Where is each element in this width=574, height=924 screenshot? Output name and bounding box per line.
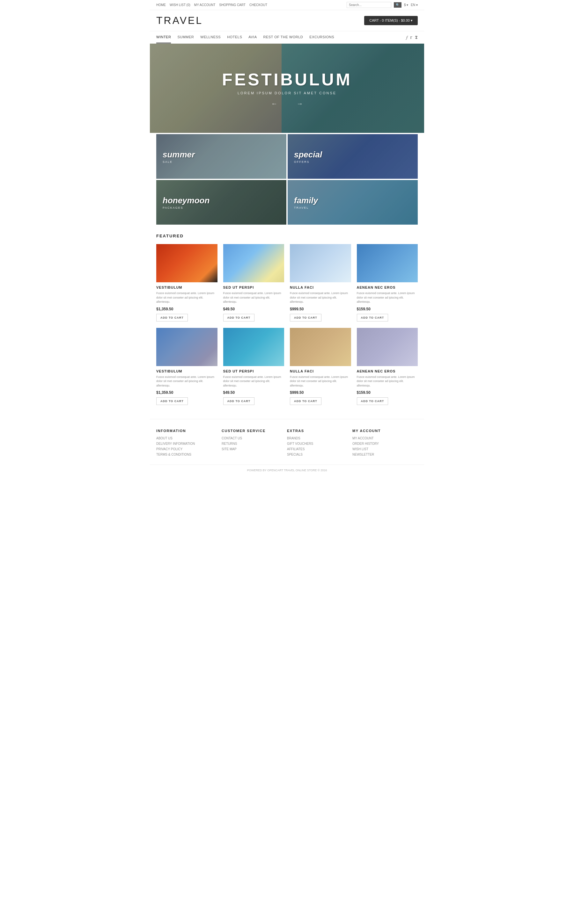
nav-winter[interactable]: WINTER — [156, 31, 171, 43]
footer-link[interactable]: ORDER HISTORY — [352, 442, 418, 445]
product-price: $49.50 — [223, 307, 284, 311]
nav-avia[interactable]: AVIA — [248, 31, 257, 43]
footer-link[interactable]: SPECIALS — [287, 453, 352, 456]
top-bar: HOME WISH LIST (0) MY ACCOUNT SHOPPING C… — [150, 0, 424, 10]
promo-special-overlay: special OFFERS — [288, 134, 418, 179]
product-card: AENEAN NEC EROS Fusce euismod consequat … — [357, 244, 418, 322]
footer-col-title: INFORMATION — [156, 429, 222, 433]
product-desc: Fusce euismod consequat ante. Lorem ipsu… — [357, 291, 418, 304]
hero-arrows: ← → — [222, 100, 352, 107]
footer-link[interactable]: RETURNS — [222, 442, 287, 445]
top-nav-checkout[interactable]: CHECKOUT — [249, 3, 267, 7]
product-card: NULLA FACI Fusce euismod consequat ante.… — [290, 244, 351, 322]
footer-columns: INFORMATIONABOUT USDELIVERY INFORMATIONP… — [150, 419, 424, 465]
product-desc: Fusce euismod consequat ante. Lorem ipsu… — [156, 291, 218, 304]
product-desc: Fusce euismod consequat ante. Lorem ipsu… — [223, 375, 284, 388]
product-name: VESTIBULUM — [156, 369, 218, 373]
promo-honeymoon[interactable]: honeymoon PACKAGES — [156, 180, 286, 225]
footer-column: MY ACCOUNTMY ACCOUNTORDER HISTORYWISH LI… — [352, 429, 418, 458]
footer-link[interactable]: DELIVERY INFORMATION — [156, 442, 222, 445]
pinterest-icon[interactable]: 𝕿 — [415, 35, 418, 40]
language-selector[interactable]: EN ▾ — [411, 3, 418, 7]
footer-link[interactable]: PRIVACY POLICY — [156, 447, 222, 451]
nav-hotels[interactable]: HOTELS — [227, 31, 242, 43]
hero-subtitle: LOREM IPSUM DOLOR SIT AMET CONSE — [222, 91, 352, 95]
product-card: VESTIBULUM Fusce euismod consequat ante.… — [156, 244, 218, 322]
product-image — [223, 328, 284, 366]
promo-summer-overlay: summer SALE — [156, 134, 286, 179]
product-image — [357, 328, 418, 366]
product-card: AENEAN NEC EROS Fusce euismod consequat … — [357, 328, 418, 405]
add-to-cart-button[interactable]: ADD TO CART — [290, 397, 322, 405]
footer-link[interactable]: SITE MAP — [222, 447, 287, 451]
product-card: VESTIBULUM Fusce euismod consequat ante.… — [156, 328, 218, 405]
footer-link[interactable]: GIFT VOUCHERS — [287, 442, 352, 445]
promo-special[interactable]: special OFFERS — [288, 134, 418, 179]
top-right: 🔍 $ ▾ EN ▾ — [347, 2, 418, 8]
product-name: VESTIBULUM — [156, 286, 218, 289]
add-to-cart-button[interactable]: ADD TO CART — [156, 397, 188, 405]
search-input[interactable] — [347, 2, 391, 8]
product-price: $1,359.50 — [156, 390, 218, 395]
facebook-icon[interactable]: 𝑓 — [406, 35, 408, 40]
promo-family-sublabel: TRAVEL — [294, 206, 412, 209]
footer-link[interactable]: MY ACCOUNT — [352, 437, 418, 440]
add-to-cart-button[interactable]: ADD TO CART — [223, 397, 255, 405]
product-price: $159.50 — [357, 390, 418, 395]
top-nav-cart[interactable]: SHOPPING CART — [219, 3, 246, 7]
currency-selector[interactable]: $ ▾ — [404, 3, 408, 7]
product-desc: Fusce euismod consequat ante. Lorem ipsu… — [357, 375, 418, 388]
footer-link[interactable]: NEWSLETTER — [352, 453, 418, 456]
product-name: SED UT PERSPI — [223, 286, 284, 289]
cart-button[interactable]: CART - 0 ITEM(S) - $0.00 ▾ — [364, 16, 418, 25]
hero-next-arrow[interactable]: → — [296, 100, 303, 107]
nav-wellness[interactable]: WELLNESS — [200, 31, 221, 43]
product-desc: Fusce euismod consequat ante. Lorem ipsu… — [156, 375, 218, 388]
nav-rest-of-world[interactable]: REST OF THE WORLD — [263, 31, 303, 43]
product-name: AENEAN NEC EROS — [357, 369, 418, 373]
search-button[interactable]: 🔍 — [394, 2, 402, 8]
footer-link[interactable]: WISH LIST — [352, 447, 418, 451]
add-to-cart-button[interactable]: ADD TO CART — [357, 314, 388, 322]
twitter-icon[interactable]: 𝕣 — [410, 35, 412, 40]
add-to-cart-button[interactable]: ADD TO CART — [223, 314, 255, 322]
product-name: AENEAN NEC EROS — [357, 286, 418, 289]
promo-summer-label: summer — [162, 150, 280, 160]
top-nav: HOME WISH LIST (0) MY ACCOUNT SHOPPING C… — [156, 3, 267, 7]
nav-excursions[interactable]: EXCURSIONS — [309, 31, 334, 43]
social-icons: 𝑓 𝕣 𝕿 — [406, 35, 418, 40]
footer-col-title: CUSTOMER SERVICE — [222, 429, 287, 433]
footer-link[interactable]: ABOUT US — [156, 437, 222, 440]
top-nav-account[interactable]: MY ACCOUNT — [194, 3, 216, 7]
footer-link[interactable]: TERMS & CONDITIONS — [156, 453, 222, 456]
nav-summer[interactable]: SUMMER — [177, 31, 194, 43]
product-price: $49.50 — [223, 390, 284, 395]
top-nav-home[interactable]: HOME — [156, 3, 166, 7]
product-image — [290, 244, 351, 282]
top-nav-wishlist[interactable]: WISH LIST (0) — [170, 3, 190, 7]
footer-link[interactable]: AFFILIATES — [287, 447, 352, 451]
product-desc: Fusce euismod consequat ante. Lorem ipsu… — [223, 291, 284, 304]
add-to-cart-button[interactable]: ADD TO CART — [357, 397, 388, 405]
footer-bottom: POWERED BY OPENCART TRAVEL ONLINE STORE … — [150, 465, 424, 476]
promo-family-overlay: family TRAVEL — [288, 180, 418, 225]
promo-summer[interactable]: summer SALE — [156, 134, 286, 179]
footer-link[interactable]: BRANDS — [287, 437, 352, 440]
add-to-cart-button[interactable]: ADD TO CART — [156, 314, 188, 322]
footer-col-title: EXTRAS — [287, 429, 352, 433]
hero-content: FESTIBULUM LOREM IPSUM DOLOR SIT AMET CO… — [222, 69, 352, 107]
footer-link[interactable]: CONTACT US — [222, 437, 287, 440]
product-desc: Fusce euismod consequat ante. Lorem ipsu… — [290, 291, 351, 304]
product-price: $1,359.50 — [156, 307, 218, 311]
product-image — [156, 328, 218, 366]
product-image — [156, 244, 218, 282]
add-to-cart-button[interactable]: ADD TO CART — [290, 314, 322, 322]
promo-grid: summer SALE special OFFERS honeymoon PAC… — [150, 133, 424, 226]
promo-honeymoon-overlay: honeymoon PACKAGES — [156, 180, 286, 225]
hero-prev-arrow[interactable]: ← — [271, 100, 278, 107]
promo-family-label: family — [294, 196, 412, 206]
product-card: NULLA FACI Fusce euismod consequat ante.… — [290, 328, 351, 405]
product-name: NULLA FACI — [290, 286, 351, 289]
promo-family[interactable]: family TRAVEL — [288, 180, 418, 225]
logo: TRAVEL — [156, 15, 203, 27]
